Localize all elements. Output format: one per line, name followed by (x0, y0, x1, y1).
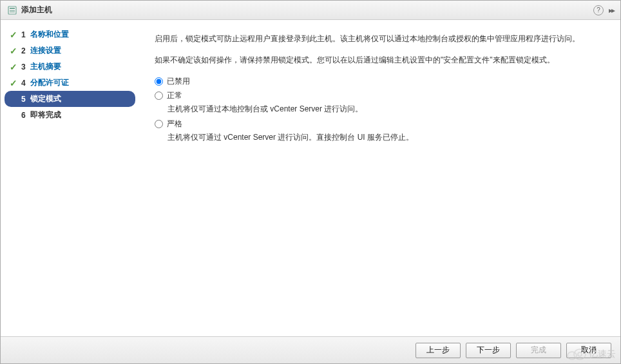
step-number: 2 (21, 46, 30, 55)
content-pane: 启用后，锁定模式可防止远程用户直接登录到此主机。该主机将仅可以通过本地控制台或授… (139, 20, 620, 336)
help-icon[interactable]: ? (593, 5, 604, 15)
wizard-steps: ✓ 1 名称和位置 ✓ 2 连接设置 ✓ 3 主机摘要 ✓ 4 分配许可证 ✓ (1, 20, 139, 336)
step-assign-license[interactable]: ✓ 4 分配许可证 (1, 75, 139, 91)
svg-rect-3 (10, 12, 15, 12)
titlebar-controls: ? ▸▸ (593, 5, 614, 15)
dialog-body: ✓ 1 名称和位置 ✓ 2 连接设置 ✓ 3 主机摘要 ✓ 4 分配许可证 ✓ (1, 20, 620, 336)
step-label: 锁定模式 (30, 93, 61, 104)
option-normal: 正常 (155, 90, 605, 102)
step-number: 4 (21, 79, 30, 88)
option-disabled: 已禁用 (155, 75, 605, 88)
step-ready-complete[interactable]: ✓ 6 即将完成 (1, 107, 139, 123)
step-connection-settings[interactable]: ✓ 2 连接设置 (1, 43, 139, 59)
svg-rect-2 (10, 10, 15, 11)
step-label: 主机摘要 (30, 61, 61, 72)
step-number: 1 (21, 30, 30, 39)
step-number: 3 (21, 62, 30, 72)
radio-strict[interactable] (155, 120, 163, 128)
host-icon (7, 5, 17, 15)
radio-strict-desc: 主机将仅可通过 vCenter Server 进行访问。直接控制台 UI 服务已… (167, 131, 605, 144)
check-icon: ✓ (8, 78, 19, 88)
radio-normal-label[interactable]: 正常 (167, 90, 182, 102)
radio-disabled-label[interactable]: 已禁用 (167, 75, 190, 88)
radio-normal[interactable] (155, 91, 163, 100)
intro-text-1: 启用后，锁定模式可防止远程用户直接登录到此主机。该主机将仅可以通过本地控制台或授… (155, 33, 605, 45)
intro-text-2: 如果不确定该如何操作，请保持禁用锁定模式。您可以在以后通过编辑主机设置中的"安全… (155, 54, 605, 66)
step-label: 名称和位置 (30, 29, 69, 40)
next-button[interactable]: 下一步 (466, 343, 511, 358)
footer: 上一步 下一步 完成 取消 (1, 336, 620, 363)
cancel-button[interactable]: 取消 (566, 343, 611, 358)
back-button[interactable]: 上一步 (416, 343, 461, 358)
dialog-title: 添加主机 (21, 5, 593, 15)
check-icon: ✓ (8, 46, 19, 56)
expand-icon[interactable]: ▸▸ (609, 6, 614, 15)
step-host-summary[interactable]: ✓ 3 主机摘要 (1, 59, 139, 75)
step-label: 即将完成 (30, 110, 61, 120)
step-lockdown-mode[interactable]: ✓ 5 锁定模式 (5, 91, 135, 107)
step-label: 连接设置 (30, 45, 61, 56)
step-number: 6 (21, 111, 30, 120)
check-icon: ✓ (8, 62, 19, 72)
check-icon: ✓ (8, 30, 19, 40)
titlebar: 添加主机 ? ▸▸ (1, 1, 620, 20)
finish-button: 完成 (516, 343, 561, 358)
svg-rect-1 (10, 8, 15, 9)
radio-strict-label[interactable]: 严格 (167, 118, 182, 130)
wizard-dialog: 添加主机 ? ▸▸ ✓ 1 名称和位置 ✓ 2 连接设置 ✓ 3 主机摘要 (0, 0, 621, 364)
option-strict: 严格 (155, 118, 605, 130)
radio-disabled[interactable] (155, 77, 163, 86)
step-label: 分配许可证 (30, 77, 69, 88)
step-name-location[interactable]: ✓ 1 名称和位置 (1, 26, 139, 43)
lockdown-options: 已禁用 正常 主机将仅可通过本地控制台或 vCenter Server 进行访问… (155, 75, 605, 144)
radio-normal-desc: 主机将仅可通过本地控制台或 vCenter Server 进行访问。 (167, 103, 605, 115)
step-number: 5 (21, 95, 30, 104)
